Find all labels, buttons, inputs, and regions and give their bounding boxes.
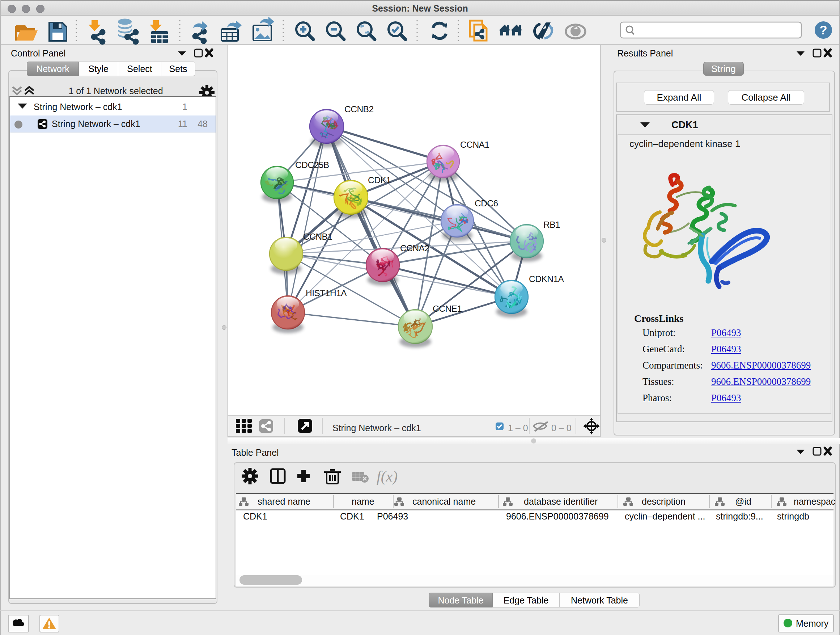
svg-text:CCNA2: CCNA2 — [400, 243, 429, 253]
svg-text:CDC25B: CDC25B — [295, 160, 329, 170]
svg-text:CCNA1: CCNA1 — [460, 140, 489, 149]
svg-text:RB1: RB1 — [543, 220, 560, 230]
svg-text:?: ? — [819, 23, 827, 37]
svg-text:CDK1: CDK1 — [368, 175, 391, 185]
svg-text:CCNB2: CCNB2 — [344, 104, 374, 114]
svg-text:CCNE1: CCNE1 — [433, 304, 462, 314]
svg-text:CCNB1: CCNB1 — [303, 232, 332, 241]
svg-text:CDC6: CDC6 — [475, 198, 498, 208]
svg-text:CDKN1A: CDKN1A — [529, 274, 564, 284]
svg-text:HIST1H1A: HIST1H1A — [306, 288, 347, 298]
svg-text:f(x): f(x) — [377, 468, 398, 485]
